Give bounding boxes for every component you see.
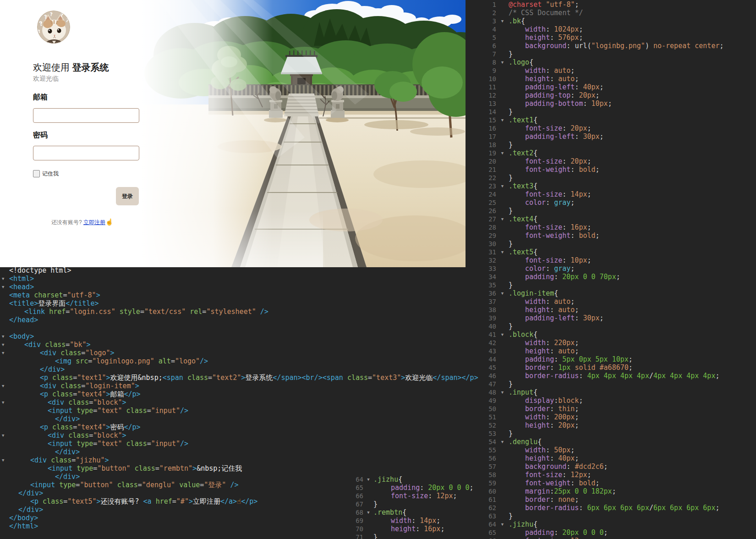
fold-arrow-icon[interactable]: ▼: [2, 398, 4, 407]
left-haze: [140, 0, 273, 267]
code-text: </html>: [9, 522, 38, 530]
code-token: ;: [587, 124, 591, 132]
code-text: <p class="text4">邮箱</p>: [40, 390, 141, 398]
code-text: font-size: 14px;: [509, 190, 592, 198]
code-token: </div>: [18, 489, 43, 497]
fold-arrow-icon[interactable]: ▼: [496, 17, 509, 25]
code-token: .rembtn: [373, 508, 402, 517]
code-token: 欢迎光临: [405, 374, 433, 382]
line-number: 29: [466, 231, 496, 240]
code-token: [131, 464, 135, 473]
code-token: =: [208, 374, 212, 382]
code-token: width: [391, 517, 411, 525]
code-token: .text3: [509, 182, 533, 190]
code-token: >: [241, 374, 245, 382]
code-line: 9width: auto;: [466, 66, 756, 75]
code-line: 3▼.bk{: [466, 17, 756, 25]
code-token: <span: [323, 374, 347, 382]
code-text: <body>: [9, 332, 34, 341]
code-token: "text2": [212, 374, 241, 382]
code-token: 16px: [424, 525, 440, 533]
code-token: =: [89, 431, 93, 440]
code-line: <p class="text4">邮箱</p>: [0, 390, 756, 398]
code-token: =: [88, 357, 92, 365]
code-token: </p>: [462, 374, 478, 382]
password-input[interactable]: [37, 147, 135, 159]
code-text: </div>: [55, 448, 80, 456]
logo-avatar: ? ? ? ? ? ?: [37, 11, 70, 44]
code-text: <input type="text" class="input"/>: [48, 407, 188, 415]
code-text: <title>登录界面</title>: [9, 299, 99, 308]
code-line: 69width: 14px;: [338, 517, 489, 525]
code-token: :: [562, 157, 570, 165]
code-token: font-size: [525, 190, 562, 198]
fold-arrow-icon[interactable]: ▼: [496, 215, 509, 223]
fold-arrow-icon[interactable]: ▼: [2, 431, 4, 440]
code-token: "text5": [67, 497, 96, 506]
code-token: 10px: [570, 256, 587, 264]
code-token: .bk: [509, 17, 521, 25]
code-token: ): [645, 42, 653, 50]
pointing-hand-icon: ☝: [105, 218, 113, 226]
pointing-hand-icon: ☝: [237, 497, 241, 506]
fold-arrow-icon[interactable]: ▼: [2, 341, 4, 349]
line-number: 27: [466, 215, 496, 223]
code-text: }: [509, 50, 513, 58]
fold-arrow-icon[interactable]: ▼: [363, 508, 373, 517]
code-line: 16font-size: 20px;: [466, 124, 756, 132]
fold-arrow-icon[interactable]: ▼: [496, 58, 509, 66]
code-token: <div: [40, 382, 60, 390]
code-text: font-weight: bold;: [509, 231, 600, 240]
line-number: 7: [466, 50, 496, 58]
code-line: 67}: [338, 500, 489, 508]
code-token: =: [73, 390, 77, 398]
code-text: </div>: [18, 506, 43, 514]
code-token: "text3": [372, 374, 401, 382]
code-token: ;: [596, 91, 600, 99]
page-title: 欢迎使用 登录系统: [33, 61, 109, 74]
code-token: font-size: [525, 256, 562, 264]
fold-arrow-icon[interactable]: ▼: [2, 349, 4, 357]
code-token: [186, 308, 190, 316]
fold-arrow-icon[interactable]: ▼: [496, 116, 509, 124]
code-token: <title>: [9, 299, 38, 308]
code-text: }: [509, 174, 513, 182]
remember-checkbox[interactable]: [33, 170, 40, 177]
code-token: [154, 357, 159, 365]
fold-arrow-icon[interactable]: ▼: [496, 182, 509, 190]
fold-arrow-icon[interactable]: ▼: [496, 248, 509, 256]
code-token: font-size: [525, 124, 562, 132]
fold-arrow-icon[interactable]: ▼: [2, 332, 4, 341]
fold-arrow-icon[interactable]: ▼: [363, 475, 373, 484]
code-line: </head>: [0, 316, 756, 324]
code-text: .text2{: [509, 149, 537, 157]
fold-arrow-icon[interactable]: ▼: [496, 149, 509, 157]
code-token: />: [226, 481, 238, 489]
code-token: =: [81, 349, 85, 357]
code-line: 64▼.jizhu{: [338, 475, 489, 484]
fold-arrow-icon[interactable]: ▼: [2, 283, 4, 291]
code-text: }: [509, 108, 513, 116]
code-line: 14}: [466, 108, 756, 116]
code-token: :: [566, 42, 575, 50]
register-link[interactable]: 立即注册: [83, 219, 105, 226]
fold-arrow-icon[interactable]: ▼: [2, 456, 4, 464]
code-line: 6background: url("loginbg.png") no-repea…: [466, 42, 756, 50]
code-token: >: [401, 374, 405, 382]
fold-arrow-icon[interactable]: ▼: [2, 382, 4, 390]
code-token: "button": [80, 481, 113, 489]
code-token: class: [43, 497, 63, 506]
email-input[interactable]: [37, 110, 135, 121]
code-token: no-repeat center: [653, 42, 720, 50]
code-text: }: [373, 500, 378, 508]
login-button[interactable]: 登录: [116, 187, 139, 205]
code-text: <div class="block">: [48, 431, 126, 440]
code-line: 7}: [466, 50, 756, 58]
code-line: ▼<div class="logo">: [0, 349, 756, 357]
code-token: ;: [596, 165, 600, 174]
code-line: 68▼.rembtn{: [338, 508, 489, 517]
fold-arrow-icon[interactable]: ▼: [2, 275, 4, 283]
code-token: "jizhu": [76, 456, 104, 464]
code-token: "logo": [175, 357, 200, 365]
code-token: :: [550, 33, 558, 42]
